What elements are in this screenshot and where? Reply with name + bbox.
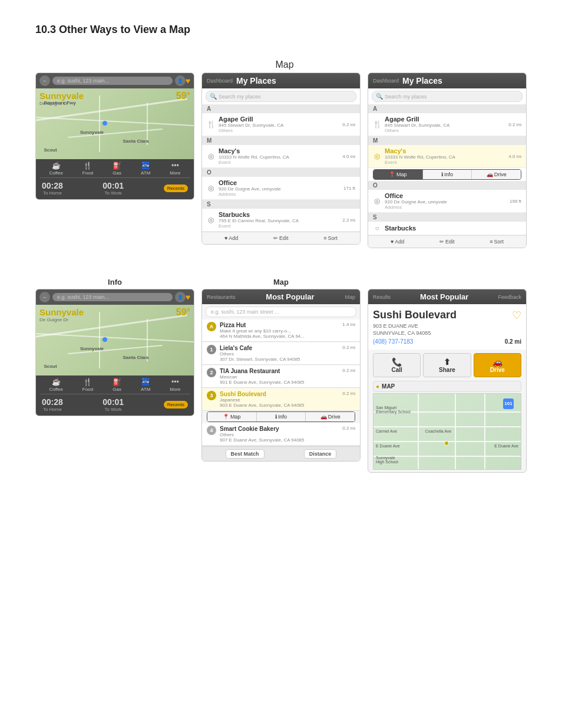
map-link[interactable]: Map (345, 294, 355, 300)
edit-button-1[interactable]: ✏Edit (273, 235, 289, 241)
popup-drive-btn[interactable]: 🚗Drive (472, 170, 521, 179)
map-school-label: San MiguelElementary School (376, 406, 411, 414)
atm-tab[interactable]: 🏧ATM (141, 162, 150, 176)
detail-content: Sushi Boulevard 903 E DUANE AVE SUNNYVAL… (368, 304, 526, 350)
place-macys-1[interactable]: ◎ Macy's 10333 N Wolfe Rd, Cupertino, CA… (202, 145, 360, 168)
restaurant-address-1: 903 E DUANE AVE (373, 323, 457, 329)
map-search-bar[interactable]: e.g. sushi, 123 main... (52, 77, 173, 85)
popup-info-btn[interactable]: ℹInfo (423, 170, 472, 179)
highway-marker: 101 (503, 398, 514, 409)
place-starbucks-2[interactable]: ○ Starbucks (368, 222, 526, 235)
place-icon-starbucks-2: ○ (373, 224, 381, 232)
share-button[interactable]: ⬆ Share (423, 353, 471, 377)
place-agape-grill-1[interactable]: 🍴 Agape Grill 845 Stewart Dr, Sunnyvale,… (202, 113, 360, 136)
map-screen-2: ← e.g. sushi, 123 main... 👤 ♥ Sunnyvale … (35, 289, 194, 416)
drive-button[interactable]: 🚗 Drive (474, 353, 521, 377)
detail-title: Most Popular (391, 292, 498, 301)
add-button-1[interactable]: ♥Add (224, 235, 238, 241)
map-times-2: 00:28 To Home 00:01 To Work Recents (39, 396, 190, 413)
atm-tab-2[interactable]: 🏧ATM (141, 378, 150, 392)
sushi-popup-map[interactable]: 📍Map (207, 412, 257, 421)
recents-button-2[interactable]: Recents (164, 401, 188, 409)
call-button[interactable]: 📞 Call (373, 353, 421, 377)
distance-button[interactable]: Distance (304, 449, 337, 459)
place-starbucks-1[interactable]: ◎ Starbucks 795 E El Camino Real, Sunnyv… (202, 209, 360, 232)
sort-button-1[interactable]: ≡Sort (323, 235, 338, 241)
place-office-2[interactable]: ◎ Office 920 De Guigne Ave, unnyvale Add… (368, 190, 526, 213)
gas-tab[interactable]: ⛽Gas (113, 162, 121, 176)
restaurant-phone[interactable]: (408) 737-7183 (373, 338, 413, 345)
recents-button[interactable]: Recents (164, 185, 188, 192)
map-location-dot-2 (103, 337, 107, 342)
popular-search[interactable]: e.g. sushi, 123 main street ... (206, 307, 356, 317)
back-icon-2[interactable]: ← (39, 292, 50, 302)
coffee-tab[interactable]: ☕Coffee (49, 162, 62, 176)
rank-3: 3 (207, 391, 216, 400)
map-sunnyvale-school-label: SunnyvaleHigh School (376, 456, 398, 464)
sushi-popup-drive[interactable]: 🚗Drive (306, 412, 355, 421)
map-tabs: ☕Coffee 🍴Food ⛽Gas 🏧ATM •••More (39, 162, 190, 178)
sushi-popup-info[interactable]: ℹInfo (257, 412, 306, 421)
places-header: Dashboard My Places (202, 73, 360, 88)
profile-icon[interactable]: 👤 (175, 75, 186, 86)
results-link[interactable]: Results (373, 294, 391, 300)
temp-display-2: 59° (176, 307, 190, 318)
back-icon[interactable]: ← (39, 75, 50, 86)
popular-item-smart-cookie[interactable]: 4 Smart Cookie Bakery Others 907 E Duane… (202, 423, 360, 446)
gas-tab-2[interactable]: ⛽Gas (113, 378, 121, 392)
heart-icon[interactable]: ♥ (186, 76, 190, 85)
places-search-1[interactable]: 🔍 Search my places (206, 91, 356, 102)
popular-item-tia-juana[interactable]: 2 TIA Juana Restaurant Mexican 901 E Dua… (202, 365, 360, 388)
scout-label: Scout (44, 147, 57, 153)
places-search-2[interactable]: 🔍 Search my places (372, 91, 523, 102)
scout-label-2: Scout (44, 364, 57, 369)
rank-4: 4 (207, 426, 216, 435)
map-times: 00:28 To Home 00:01 To Work Recents (39, 180, 190, 197)
dashboard-link-2[interactable]: Dashboard (373, 78, 399, 84)
my-places-screen-2: Dashboard My Places 🔍 Search my places A… (368, 73, 527, 248)
map-e-duane-right-label: E Duane Ave (494, 444, 518, 448)
more-tab[interactable]: •••More (170, 162, 180, 176)
detail-header: Results Most Popular Feedback (368, 289, 526, 304)
heart-icon-2[interactable]: ♥ (186, 292, 190, 302)
section-m-2: M (368, 136, 526, 145)
section-a-2: A (368, 104, 526, 113)
santa-clara-label: Santa Clara (123, 139, 148, 144)
feedback-link[interactable]: Feedback (498, 294, 521, 300)
coffee-tab-2[interactable]: ☕Coffee (49, 378, 62, 392)
place-agape-grill-2[interactable]: 🍴 Agape Grill 845 Stewart Dr, Sunnyvale,… (368, 113, 526, 136)
popup-map-btn[interactable]: 📍Map (373, 170, 423, 179)
food-icon-2: 🍴 (373, 120, 381, 129)
row2-map-label: Map (201, 278, 361, 286)
detail-screen: Results Most Popular Feedback Sushi Boul… (368, 289, 527, 473)
popular-item-pizza-hut[interactable]: A Pizza Hut Make it great w/ any $10 car… (202, 319, 360, 342)
most-popular-screen: Restaurants Most Popular Map e.g. sushi,… (201, 289, 361, 462)
rank-2: 2 (207, 368, 216, 377)
food-tab[interactable]: 🍴Food (82, 162, 93, 176)
map-search-bar-2[interactable]: e.g. sushi, 123 main... (52, 293, 173, 301)
rank-a: A (207, 322, 216, 331)
map-bottom-bar: ☕Coffee 🍴Food ⛽Gas 🏧ATM •••More 00:28 To… (36, 159, 194, 199)
add-button-2[interactable]: ♥Add (391, 239, 404, 245)
edit-button-2[interactable]: ✏Edit (439, 239, 455, 245)
restaurant-distance: 0.2 mi (505, 338, 521, 345)
best-match-button[interactable]: Best Match (226, 449, 265, 459)
favorite-heart-icon[interactable]: ♡ (512, 309, 521, 322)
popular-item-sushi[interactable]: 3 Sushi Boulevard Japanese 903 E Duane A… (202, 388, 360, 411)
popular-title: Most Popular (238, 292, 343, 301)
sort-button-2[interactable]: ≡Sort (490, 239, 504, 245)
section-s-2: S (368, 213, 526, 222)
time-to-work: 00:01 To Work (103, 181, 124, 196)
place-office-1[interactable]: ◎ Office 920 De Guigne Ave, unnyvale Add… (202, 177, 360, 200)
popular-item-lielas[interactable]: 1 Liela's Cafe Others 307 Dr. Stewart, S… (202, 342, 360, 365)
map-section-label[interactable]: ● MAP (373, 381, 521, 392)
food-tab-2[interactable]: 🍴Food (82, 378, 93, 392)
profile-icon-2[interactable]: 👤 (175, 292, 186, 302)
place-macys-2[interactable]: ◎ Macy's 10333 N Wolfe Rd, Cupertino, CA… (368, 145, 526, 168)
dashboard-link-1[interactable]: Dashboard (207, 78, 233, 84)
restaurants-link[interactable]: Restaurants (207, 294, 236, 300)
row2-screenshots: ← e.g. sushi, 123 main... 👤 ♥ Sunnyvale … (35, 289, 527, 473)
map-location-dot (103, 121, 107, 126)
more-tab-2[interactable]: •••More (170, 378, 180, 392)
map-info-drive-popup: 📍Map ℹInfo 🚗Drive (373, 169, 521, 180)
